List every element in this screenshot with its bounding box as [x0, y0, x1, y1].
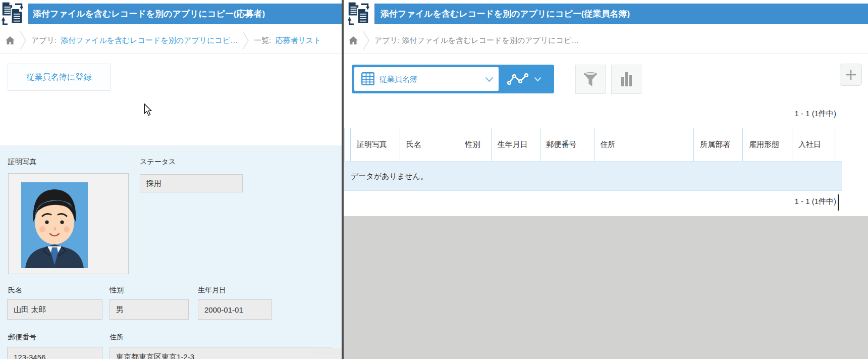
arrow-pointer-icon [144, 104, 153, 119]
postal-field-label: 郵便番号 [8, 333, 36, 342]
copy-documents-icon [344, 0, 374, 28]
photo-field-label: 証明写真 [8, 158, 36, 167]
record-detail-section: 証明写真 [0, 145, 342, 359]
plus-icon [845, 69, 856, 80]
scroll-corner [313, 348, 342, 359]
column-header-department[interactable]: 所属部署 [694, 128, 743, 161]
view-selector-label: 従業員名簿 [379, 67, 417, 91]
status-field-label: ステータス [140, 158, 176, 167]
chevron-down-icon [485, 77, 494, 82]
add-record-button[interactable] [840, 64, 862, 86]
breadcrumb-list-link[interactable]: 応募者リスト [275, 36, 321, 45]
breadcrumb-list-prefix: 一覧: [254, 36, 271, 45]
column-header-gender[interactable]: 性別 [459, 128, 492, 161]
chart-button[interactable] [611, 65, 641, 94]
no-data-message: データがありません。 [351, 172, 428, 181]
background-area [344, 216, 868, 359]
screen: 添付ファイルを含むレコードを別のアプリにコピー(応募者) [0, 0, 868, 359]
chevron-right-icon [362, 30, 370, 50]
name-field-value: 山田 太郎 [7, 299, 102, 320]
column-header-birthdate[interactable]: 生年月日 [492, 128, 540, 161]
list-table-header: 証明写真 氏名 性別 生年月日 郵便番号 住所 所属部署 雇用形態 入社日 [344, 128, 842, 162]
breadcrumb-app-prefix: アプリ: [31, 36, 57, 45]
column-header-photo[interactable]: 証明写真 [351, 128, 400, 161]
gender-field-value: 男 [110, 299, 189, 320]
gender-field-label: 性別 [110, 286, 124, 295]
app-title: 添付ファイルを含むレコードを別のアプリにコピー(従業員名簿) [374, 4, 868, 24]
column-header-employment[interactable]: 雇用形態 [743, 128, 792, 161]
column-header-address[interactable]: 住所 [594, 128, 694, 161]
chevron-down-icon [534, 77, 541, 82]
breadcrumb: アプリ: 添付ファイルを含むレコードを別のアプリにコピ… [344, 28, 868, 54]
breadcrumb-app-link[interactable]: 添付ファイルを含むレコードを別のアプリにコピ… [61, 36, 238, 45]
status-field-value: 採用 [140, 174, 243, 192]
photo-field-box [8, 173, 129, 274]
address-field-label: 住所 [110, 333, 124, 342]
text-cursor [838, 194, 839, 211]
home-icon[interactable] [5, 36, 15, 45]
pagination-range-top: 1 - 1 (1件中) [794, 109, 836, 119]
funnel-icon [583, 72, 598, 87]
view-selector-dropdown[interactable]: 従業員名簿 [354, 67, 499, 91]
line-graph-icon [507, 72, 530, 86]
column-header-postal[interactable]: 郵便番号 [540, 128, 594, 161]
breadcrumb-app-text[interactable]: アプリ: 添付ファイルを含むレコードを別のアプリにコピ… [374, 36, 579, 45]
postal-field-value: 123-3456 [7, 347, 102, 359]
filter-button[interactable] [575, 65, 606, 94]
empty-table-row: データがありません。 [344, 162, 842, 191]
table-edge-cell [835, 128, 842, 161]
app-title: 添付ファイルを含むレコードを別のアプリにコピー(応募者) [27, 4, 342, 24]
chevron-right-icon [242, 30, 250, 50]
app-header-bar: 添付ファイルを含むレコードを別のアプリにコピー(従業員名簿) [374, 4, 868, 24]
register-to-roster-button[interactable]: 従業員名簿に登録 [8, 64, 111, 91]
bar-chart-icon [620, 72, 633, 87]
copy-documents-icon [0, 0, 28, 28]
address-field-value: 東京都東京区東京1-2-3 [110, 347, 331, 359]
column-header-name[interactable]: 氏名 [400, 128, 459, 161]
birthdate-field-label: 生年月日 [198, 286, 226, 295]
chevron-right-icon [19, 30, 27, 50]
id-photo-thumbnail[interactable] [21, 182, 88, 268]
table-edge-cell [345, 128, 351, 161]
view-selector[interactable]: 従業員名簿 [352, 65, 554, 93]
app-header-bar: 添付ファイルを含むレコードを別のアプリにコピー(応募者) [27, 4, 342, 24]
table-grid-icon [361, 72, 374, 85]
name-field-label: 氏名 [8, 286, 22, 295]
window-applicant-detail: 添付ファイルを含むレコードを別のアプリにコピー(応募者) [0, 0, 342, 359]
window-roster-list: 添付ファイルを含むレコードを別のアプリにコピー(従業員名簿) [344, 0, 868, 359]
graph-view-button[interactable] [499, 65, 554, 93]
column-header-hiredate[interactable]: 入社日 [792, 128, 835, 161]
birthdate-field-value: 2000-01-01 [198, 299, 272, 320]
home-icon[interactable] [348, 36, 358, 45]
pagination-range-bottom: 1 - 1 (1件中) [794, 197, 836, 207]
breadcrumb: アプリ: 添付ファイルを含むレコードを別のアプリにコピ… 一覧: 応募者リスト [0, 28, 342, 54]
